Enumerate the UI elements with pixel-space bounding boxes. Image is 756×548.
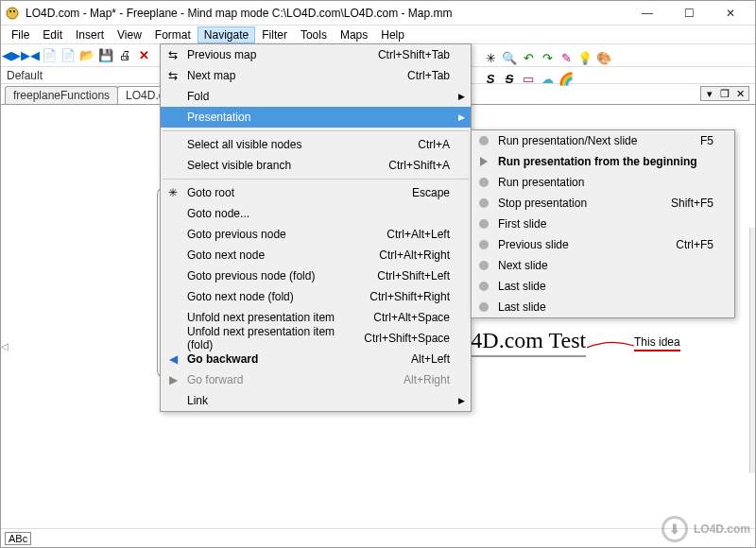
- menuitem-goto-node-[interactable]: Goto node...: [161, 203, 471, 224]
- minimize-button[interactable]: —: [627, 2, 668, 25]
- tab-close-icon[interactable]: ✕: [733, 87, 747, 100]
- left-expand-nub[interactable]: ◁: [1, 341, 7, 369]
- svg-point-1: [9, 10, 11, 12]
- redo-icon[interactable]: ↷: [539, 49, 556, 66]
- fwd-icon: ▶: [164, 373, 181, 386]
- abc-indicator[interactable]: ABc: [5, 532, 31, 545]
- menuitem-goto-previous-node-fold-[interactable]: Goto previous node (fold)Ctrl+Shift+Left: [161, 265, 471, 286]
- open-icon[interactable]: 📂: [78, 47, 95, 64]
- close-icon[interactable]: ✕: [135, 47, 152, 64]
- submenuitem-stop-presentation[interactable]: Stop presentationShift+F5: [472, 193, 734, 214]
- menu-tools[interactable]: Tools: [294, 26, 334, 43]
- submenuitem-run-presentation[interactable]: Run presentation: [472, 172, 734, 193]
- strike-icon[interactable]: S: [501, 70, 518, 87]
- menuitem-label: Goto next node (fold): [187, 290, 294, 303]
- menuitem-label: Goto root: [187, 186, 234, 199]
- cloud-icon[interactable]: ☁: [539, 70, 556, 87]
- menuitem-label: Goto previous node: [187, 228, 286, 241]
- bullet-icon: [479, 261, 489, 270]
- tab-tools: ▾ ❐ ✕: [700, 86, 749, 101]
- print-icon[interactable]: 🖨: [116, 47, 133, 64]
- bullet-icon: [479, 178, 489, 187]
- menubar: FileEditInsertViewFormatNavigateFilterTo…: [1, 26, 755, 44]
- menu-maps[interactable]: Maps: [334, 26, 374, 43]
- menuitem-fold[interactable]: Fold▶: [161, 86, 471, 107]
- menuitem-goto-root[interactable]: ✳Goto rootEscape: [161, 182, 471, 203]
- bullet-icon: [479, 302, 489, 312]
- tab-dropdown-icon[interactable]: ▾: [703, 87, 716, 100]
- rainbow-icon[interactable]: 🌈: [558, 70, 575, 87]
- submenuitem-label: Previous slide: [498, 238, 569, 251]
- bullet-icon: [479, 198, 489, 208]
- edit-icon[interactable]: ✎: [558, 49, 575, 66]
- scrollbar-right[interactable]: [749, 228, 755, 473]
- submenuitem-next-slide[interactable]: Next slide: [472, 255, 734, 276]
- submenuitem-first-slide[interactable]: First slide: [472, 214, 734, 234]
- zoom-icon[interactable]: 🔍: [501, 49, 518, 66]
- menuitem-link[interactable]: Link▶: [161, 390, 471, 411]
- menuitem-label: Next map: [187, 69, 235, 82]
- svg-point-0: [7, 8, 18, 19]
- tab-restore-icon[interactable]: ❐: [718, 87, 731, 100]
- menuitem-select-visible-branch[interactable]: Select visible branchCtrl+Shift+A: [161, 155, 471, 176]
- submenuitem-shortcut: Shift+F5: [648, 197, 713, 210]
- menuitem-goto-previous-node[interactable]: Goto previous nodeCtrl+Alt+Left: [161, 224, 471, 245]
- submenuitem-last-slide[interactable]: Last slide: [472, 276, 734, 297]
- next-map-icon[interactable]: ▶◀: [22, 47, 39, 64]
- toolbar-right-icons-2: S S ▭ ☁ 🌈: [482, 70, 575, 87]
- menuitem-shortcut: Ctrl+Alt+Space: [351, 311, 450, 324]
- new-doc-icon[interactable]: 📄: [41, 47, 58, 64]
- menuitem-presentation[interactable]: Presentation▶: [161, 107, 471, 128]
- close-button[interactable]: ✕: [710, 2, 751, 25]
- menu-file[interactable]: File: [5, 26, 36, 43]
- menu-help[interactable]: Help: [374, 26, 411, 43]
- menuitem-next-map[interactable]: ⇆Next mapCtrl+Tab: [161, 65, 471, 86]
- menuitem-go-backward[interactable]: ◀Go backwardAlt+Left: [161, 349, 471, 369]
- node-icon[interactable]: ✳: [482, 49, 499, 66]
- toolbar-right-icons: ✳ 🔍 ↶ ↷ ✎ 💡 🎨: [482, 49, 612, 66]
- menuitem-goto-next-node-fold-[interactable]: Goto next node (fold)Ctrl+Shift+Right: [161, 286, 471, 307]
- box-icon[interactable]: ▭: [520, 70, 537, 87]
- menuitem-previous-map[interactable]: ⇆Previous mapCtrl+Shift+Tab: [161, 44, 471, 65]
- submenuitem-label: Next slide: [498, 259, 548, 272]
- root-icon: ✳: [164, 186, 181, 199]
- submenuitem-label: Last slide: [498, 280, 546, 293]
- menuitem-label: Goto node...: [187, 207, 249, 220]
- menu-filter[interactable]: Filter: [255, 26, 294, 43]
- submenuitem-previous-slide[interactable]: Previous slideCtrl+F5: [472, 234, 734, 255]
- window-buttons: — ☐ ✕: [627, 2, 751, 25]
- bullet-icon: [479, 136, 489, 146]
- italic-s-icon[interactable]: S: [482, 70, 499, 87]
- tab-0[interactable]: freeplaneFunctions: [5, 86, 118, 104]
- menu-separator: [163, 130, 469, 131]
- menuitem-label: Select visible branch: [187, 159, 291, 172]
- prev-map-icon[interactable]: ◀▶: [3, 47, 20, 64]
- submenuitem-run-presentation-from-the-beginning[interactable]: Run presentation from the beginning: [472, 151, 734, 172]
- menu-navigate[interactable]: Navigate: [198, 26, 255, 43]
- menuitem-goto-next-node[interactable]: Goto next nodeCtrl+Alt+Right: [161, 245, 471, 265]
- titlebar: LO4D.com - Map* - Freeplane - Mind map m…: [1, 1, 755, 26]
- palette-icon[interactable]: 🎨: [595, 49, 612, 66]
- child-node[interactable]: This idea: [634, 335, 680, 351]
- menuitem-shortcut: Ctrl+Shift+Right: [347, 290, 450, 303]
- save-icon[interactable]: 💾: [97, 47, 114, 64]
- menuitem-select-all-visible-nodes[interactable]: Select all visible nodesCtrl+A: [161, 134, 471, 155]
- menuitem-label: Goto next node: [187, 248, 265, 262]
- lightbulb-icon[interactable]: 💡: [576, 49, 593, 66]
- menu-view[interactable]: View: [111, 26, 148, 43]
- menuitem-unfold-next-presentation-item-fold-[interactable]: Unfold next presentation item (fold)Ctrl…: [161, 328, 471, 349]
- submenuitem-run-presentation-next-slide[interactable]: Run presentation/Next slideF5: [472, 130, 734, 151]
- menu-edit[interactable]: Edit: [36, 26, 69, 43]
- menu-insert[interactable]: Insert: [69, 26, 111, 43]
- menuitem-label: Unfold next presentation item (fold): [187, 325, 341, 351]
- menuitem-go-forward: ▶Go forwardAlt+Right: [161, 369, 471, 390]
- maximize-button[interactable]: ☐: [668, 2, 710, 25]
- menu-format[interactable]: Format: [148, 26, 198, 43]
- undo-icon[interactable]: ↶: [520, 49, 537, 66]
- menuitem-shortcut: Ctrl+Alt+Right: [356, 248, 450, 262]
- new-doc2-icon[interactable]: 📄: [60, 47, 77, 64]
- bullet-icon: [479, 219, 489, 229]
- menuitem-shortcut: Ctrl+Shift+Space: [341, 332, 450, 345]
- root-node[interactable]: O4D.com Test: [455, 328, 586, 357]
- submenuitem-last-slide[interactable]: Last slide: [472, 297, 734, 317]
